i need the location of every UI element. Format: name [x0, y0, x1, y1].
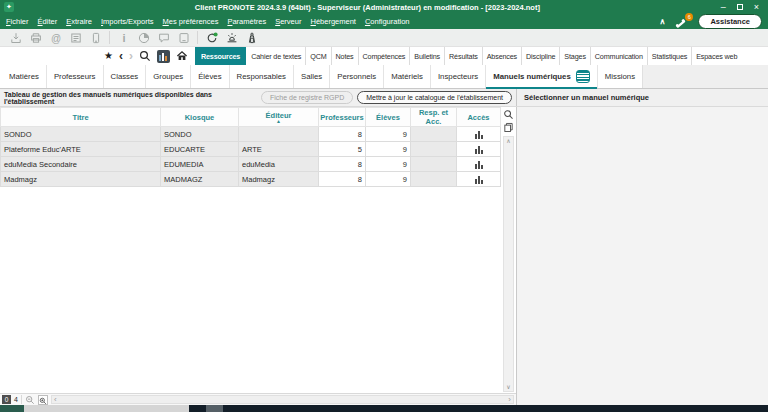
print-icon[interactable]: [29, 31, 42, 44]
cell-titre[interactable]: SONDO: [1, 127, 161, 142]
scroll-up-icon[interactable]: ∧: [506, 138, 510, 144]
bar-chart-icon[interactable]: [460, 145, 497, 154]
chevron-right-icon[interactable]: ›: [129, 50, 133, 62]
letter-icon[interactable]: [69, 31, 82, 44]
tab-discipline[interactable]: Discipline: [521, 47, 559, 65]
cell-titre[interactable]: Plateforme Educ'ARTE: [1, 142, 161, 157]
copy-icon[interactable]: [503, 122, 514, 133]
tab-espaces-web[interactable]: Espaces web: [691, 47, 741, 65]
cell-acces[interactable]: [457, 172, 501, 187]
home-icon[interactable]: [176, 50, 188, 62]
bar-chart-icon[interactable]: [460, 160, 497, 169]
table-row[interactable]: eduMedia SecondaireEDUMEDIAeduMedia89: [1, 157, 501, 172]
subtab-salles[interactable]: Salles: [293, 65, 329, 88]
cell-eleves[interactable]: 9: [366, 172, 411, 187]
cell-acces[interactable]: [457, 157, 501, 172]
close-button[interactable]: ×: [754, 3, 759, 12]
mobile-icon[interactable]: [89, 31, 102, 44]
horizontal-scrollbar[interactable]: ‹ ›: [51, 395, 514, 404]
column-header-titre[interactable]: Titre: [1, 108, 161, 127]
subtab-materiels[interactable]: Matériels: [383, 65, 430, 88]
cell-kiosque[interactable]: SONDO: [161, 127, 239, 142]
cell-kiosque[interactable]: EDUMEDIA: [161, 157, 239, 172]
subtab-classes[interactable]: Classes: [103, 65, 146, 88]
subtab-personnels[interactable]: Personnels: [329, 65, 383, 88]
column-header-editeur[interactable]: Éditeur▲: [239, 108, 319, 127]
menu-fichier[interactable]: Fichier: [6, 17, 29, 26]
menu-configuration[interactable]: Configuration: [365, 17, 410, 26]
cell-acces[interactable]: [457, 142, 501, 157]
sync-icon[interactable]: [205, 31, 218, 44]
cell-editeur[interactable]: ARTE: [239, 142, 319, 157]
subtab-inspecteurs[interactable]: Inspecteurs: [430, 65, 485, 88]
cell-eleves[interactable]: 9: [366, 142, 411, 157]
tab-bulletins[interactable]: Bulletins: [409, 47, 444, 65]
alarm-icon[interactable]: [225, 31, 238, 44]
column-header-eleves[interactable]: Élèves: [366, 108, 411, 127]
search-icon[interactable]: [139, 50, 151, 62]
cell-professeurs[interactable]: 8: [319, 172, 366, 187]
subtab-missions[interactable]: Missions: [597, 65, 642, 88]
subtab-professeurs[interactable]: Professeurs: [46, 65, 103, 88]
star-icon[interactable]: ★: [104, 51, 113, 61]
podium-icon[interactable]: [245, 31, 258, 44]
chat-icon[interactable]: [157, 31, 170, 44]
menu-serveur[interactable]: Serveur: [275, 17, 301, 26]
cell-kiosque[interactable]: EDUCARTE: [161, 142, 239, 157]
tab-communication[interactable]: Communication: [590, 47, 647, 65]
scroll-right-icon[interactable]: ›: [508, 396, 511, 404]
subtab-matieres[interactable]: Matières: [2, 65, 46, 88]
export-icon[interactable]: [9, 31, 22, 44]
cell-resp-et-acc[interactable]: [411, 157, 457, 172]
menu-extraire[interactable]: Extraire: [66, 17, 92, 26]
cell-professeurs[interactable]: 8: [319, 157, 366, 172]
menu-mes-preferences[interactable]: Mes préférences: [163, 17, 219, 26]
column-header-kiosque[interactable]: Kiosque: [161, 108, 239, 127]
subtab-manuels-numeriques[interactable]: Manuels numériques: [485, 65, 597, 88]
subtab-groupes[interactable]: Groupes: [145, 65, 190, 88]
tab-cahier-de-textes[interactable]: Cahier de textes: [246, 47, 305, 65]
menu-imports-exports[interactable]: Imports/Exports: [101, 17, 154, 26]
cell-kiosque[interactable]: MADMAGZ: [161, 172, 239, 187]
scroll-left-icon[interactable]: ‹: [54, 396, 57, 404]
info-icon[interactable]: i: [117, 31, 130, 44]
tablet-icon[interactable]: [177, 31, 190, 44]
chevron-left-icon[interactable]: ‹: [119, 50, 123, 62]
subtab-responsables[interactable]: Responsables: [229, 65, 293, 88]
cell-resp-et-acc[interactable]: [411, 172, 457, 187]
scroll-down-icon[interactable]: ∨: [506, 384, 510, 390]
cell-acces[interactable]: [457, 127, 501, 142]
search-icon[interactable]: [503, 109, 514, 120]
pie-chart-icon[interactable]: [137, 31, 150, 44]
zoom-out-icon[interactable]: [25, 395, 35, 405]
table-row[interactable]: Plateforme Educ'ARTEEDUCARTEARTE59: [1, 142, 501, 157]
cell-editeur[interactable]: Madmagz: [239, 172, 319, 187]
tab-qcm[interactable]: QCM: [305, 47, 330, 65]
subtab-eleves[interactable]: Élèves: [190, 65, 228, 88]
zoom-in-icon[interactable]: [38, 395, 48, 405]
vertical-scrollbar[interactable]: ∧ ∨: [503, 136, 514, 392]
bar-chart-icon[interactable]: [460, 175, 497, 184]
assistance-phone-button[interactable]: 6: [675, 16, 688, 28]
table-row[interactable]: MadmagzMADMAGZMadmagz89: [1, 172, 501, 187]
cell-professeurs[interactable]: 5: [319, 142, 366, 157]
menu-hebergement[interactable]: Hébergement: [310, 17, 355, 26]
column-header-professeurs[interactable]: Professeurs: [319, 108, 366, 127]
cell-resp-et-acc[interactable]: [411, 142, 457, 157]
tab-statistiques[interactable]: Statistiques: [647, 47, 691, 65]
assistance-button[interactable]: Assistance: [698, 14, 762, 29]
tab-ressources[interactable]: Ressources: [195, 47, 246, 65]
bar-chart-icon[interactable]: [460, 130, 497, 139]
column-header-resp-et-acc[interactable]: Resp. et Acc.: [411, 108, 457, 127]
menu-parametres[interactable]: Paramètres: [227, 17, 266, 26]
chevron-up-icon[interactable]: ∧: [660, 17, 666, 26]
cell-resp-et-acc[interactable]: [411, 127, 457, 142]
update-catalog-button[interactable]: Mettre à jour le catalogue de l'établiss…: [357, 91, 512, 104]
tab-resultats[interactable]: Résultats: [444, 47, 482, 65]
email-icon[interactable]: @: [49, 31, 62, 44]
tab-notes[interactable]: Notes: [331, 47, 358, 65]
cell-eleves[interactable]: 9: [366, 157, 411, 172]
cell-titre[interactable]: Madmagz: [1, 172, 161, 187]
cell-editeur[interactable]: eduMedia: [239, 157, 319, 172]
column-header-acces[interactable]: Accès: [457, 108, 501, 127]
